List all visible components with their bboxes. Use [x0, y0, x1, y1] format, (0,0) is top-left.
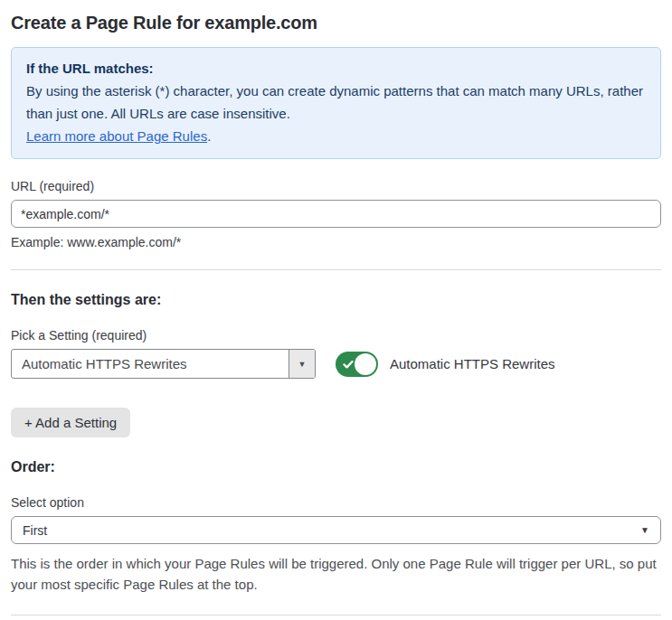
learn-more-link[interactable]: Learn more about Page Rules: [26, 128, 207, 144]
info-box-link-line: Learn more about Page Rules.: [26, 125, 646, 147]
setting-dropdown-value: Automatic HTTPS Rewrites: [12, 350, 289, 378]
check-icon: [343, 359, 354, 370]
order-select-value: First: [23, 523, 47, 538]
link-suffix: .: [207, 128, 211, 144]
url-matches-info-box: If the URL matches: By using the asteris…: [11, 47, 661, 159]
info-box-heading: If the URL matches:: [26, 57, 646, 80]
order-select[interactable]: First ▼: [11, 516, 661, 544]
url-input[interactable]: [11, 200, 661, 228]
setting-row: Automatic HTTPS Rewrites ▼ Automatic HTT…: [11, 349, 661, 379]
order-select-label: Select option: [11, 495, 661, 510]
chevron-down-icon: ▼: [640, 525, 649, 535]
settings-section-heading: Then the settings are:: [11, 292, 661, 308]
toggle-knob: [355, 353, 376, 375]
pick-setting-label: Pick a Setting (required): [11, 328, 661, 343]
info-box-body: By using the asterisk (*) character, you…: [26, 80, 646, 125]
https-rewrites-toggle[interactable]: [336, 352, 378, 377]
footer-divider: [11, 615, 661, 615]
chevron-down-icon[interactable]: ▼: [289, 350, 315, 378]
url-example-text: Example: www.example.com/*: [11, 235, 661, 249]
section-divider: [11, 269, 661, 270]
order-help-text: This is the order in which your Page Rul…: [11, 553, 661, 595]
add-setting-button[interactable]: + Add a Setting: [11, 408, 130, 437]
order-section-heading: Order:: [11, 459, 661, 475]
setting-dropdown[interactable]: Automatic HTTPS Rewrites ▼: [11, 349, 316, 379]
toggle-label: Automatic HTTPS Rewrites: [390, 356, 555, 371]
https-rewrites-toggle-group: Automatic HTTPS Rewrites: [336, 352, 555, 377]
url-label: URL (required): [11, 179, 661, 193]
page-title: Create a Page Rule for example.com: [11, 13, 661, 33]
